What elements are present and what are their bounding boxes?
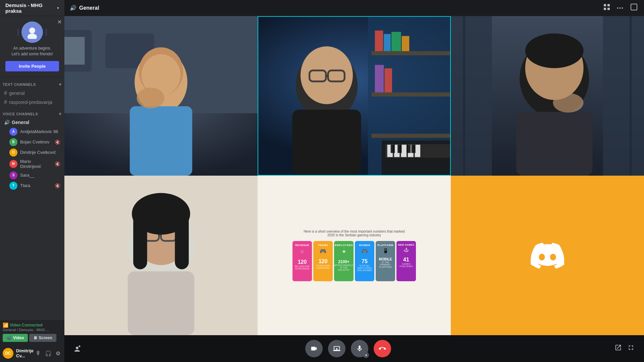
pres-card-employees: EMPLOYEES ✦ 2100+ APPROXIMATELYIN THE IN… bbox=[334, 241, 354, 281]
svg-rect-22 bbox=[375, 31, 383, 51]
avatar bbox=[21, 21, 43, 43]
pres-card-women: WOMEN 🎮 75 % OF ALL EMPLOYEESARE WOMEN bbox=[355, 241, 374, 281]
headphones-button[interactable]: 🎧 bbox=[44, 349, 53, 358]
card-label-teams: TEAMS bbox=[318, 244, 328, 247]
voice-channel-general[interactable]: 🔊 General bbox=[1, 118, 63, 126]
card-value-employees: 2100+ bbox=[338, 259, 350, 264]
voice-member-ttara[interactable]: T Ttara 🔇 bbox=[1, 181, 63, 191]
popout-icon bbox=[614, 344, 622, 351]
member-avatar-mario: M bbox=[9, 160, 17, 168]
call-header-controls: ••• bbox=[602, 2, 639, 13]
discord-logo-icon bbox=[531, 242, 564, 269]
svg-point-56 bbox=[553, 93, 584, 113]
call-controls-bar: ▾ bbox=[64, 335, 644, 362]
video-person-4 bbox=[64, 176, 258, 335]
pres-card-platform: PLATFORM 📱 MOBILE IS THE PRIMARYPLATFORM bbox=[376, 241, 395, 281]
video-grid: Here is a short overview of the most imp… bbox=[64, 16, 644, 335]
channel-item-general[interactable]: # general bbox=[1, 89, 63, 98]
mic-arrow-dropdown[interactable]: ▾ bbox=[363, 352, 369, 358]
svg-rect-32 bbox=[401, 145, 407, 157]
svg-rect-4 bbox=[604, 8, 606, 10]
presentation-content: Here is a short overview of the most imp… bbox=[258, 176, 451, 335]
card-sub-newgames: GAMESPUBLISHED bbox=[399, 263, 413, 267]
svg-rect-47 bbox=[603, 16, 644, 176]
member-name-bojan: Bojan Cvetinov bbox=[20, 139, 52, 144]
presentation-title: Here is a short overview of the most imp… bbox=[304, 230, 405, 237]
add-user-button[interactable] bbox=[72, 343, 83, 355]
main-content: 🔊 General ••• bbox=[64, 0, 644, 362]
add-text-channel-button[interactable]: + bbox=[59, 82, 62, 87]
mic-icon bbox=[356, 345, 363, 352]
call-header: 🔊 General ••• bbox=[64, 0, 644, 16]
member-name-ttara: Ttara bbox=[20, 183, 52, 188]
card-label-newgames: NEW GAMES bbox=[398, 244, 414, 246]
card-value-revenue: 120 bbox=[298, 259, 307, 265]
voice-member-mario[interactable]: M Mario Dimitrijević 🔇 bbox=[1, 158, 63, 170]
dot bbox=[46, 34, 47, 35]
video-person-1 bbox=[64, 16, 258, 176]
camera-icon bbox=[310, 345, 318, 352]
svg-rect-65 bbox=[133, 214, 147, 269]
svg-rect-34 bbox=[415, 145, 420, 157]
mic-toggle-button[interactable]: 🎙 bbox=[34, 349, 42, 358]
presentation-cards: REVENUE ○ 120 BILLION EURIN REVENUE TEAM… bbox=[292, 241, 416, 281]
screen-share-button[interactable]: 🖥 Screen bbox=[29, 334, 56, 342]
voice-channels-label: VOICE CHANNELS bbox=[3, 112, 38, 116]
avatar-dots-right bbox=[46, 29, 47, 35]
member-name-mario: Mario Dimitrijević bbox=[20, 159, 52, 169]
media-buttons: 📹 Video 🖥 Screen bbox=[3, 334, 62, 342]
member-name-sara: Sara__ bbox=[20, 173, 60, 178]
svg-point-55 bbox=[525, 34, 584, 68]
svg-point-16 bbox=[137, 87, 165, 108]
avatar-container bbox=[21, 21, 43, 43]
call-speaker-icon: 🔊 bbox=[70, 5, 76, 11]
camera-toggle-button[interactable] bbox=[305, 340, 323, 357]
add-voice-channel-button[interactable]: + bbox=[59, 111, 62, 117]
video-button[interactable]: 📹 Video bbox=[3, 334, 28, 342]
voice-server-info: General / Demusis - MHG ... bbox=[3, 328, 62, 332]
pop-out-button[interactable] bbox=[613, 343, 623, 355]
profile-tagline: An adventure begins. Let's add some frie… bbox=[11, 46, 53, 57]
channel-item-raspored[interactable]: # raspored-predavanja bbox=[1, 98, 63, 107]
card-value-women: 75 bbox=[362, 258, 368, 264]
card-sub-employees: APPROXIMATELYIN THE INDUSTRY bbox=[334, 264, 354, 271]
svg-rect-26 bbox=[375, 65, 384, 93]
text-channels-header[interactable]: TEXT CHANNELS + bbox=[0, 80, 64, 88]
voice-member-dimitrije[interactable]: D Dimitrije Cvetković bbox=[1, 147, 63, 158]
screen-share-toggle-button[interactable] bbox=[328, 340, 345, 357]
card-value-teams: 120 bbox=[319, 258, 328, 264]
fullscreen-button[interactable] bbox=[626, 343, 636, 355]
svg-rect-5 bbox=[607, 8, 610, 10]
channels-area: TEXT CHANNELS + # general # raspored-pre… bbox=[0, 77, 64, 320]
video-person-3 bbox=[451, 16, 644, 176]
deafen-icon: 🔇 bbox=[55, 139, 60, 145]
close-card-button[interactable]: ✕ bbox=[57, 19, 62, 25]
grid-view-button[interactable] bbox=[602, 2, 611, 13]
card-sub-women: % OF ALL EMPLOYEESARE WOMEN bbox=[356, 264, 373, 272]
svg-rect-35 bbox=[391, 145, 395, 153]
pres-card-newgames: NEW GAMES 🕹 41 GAMESPUBLISHED bbox=[396, 241, 416, 281]
voice-channels-header[interactable]: VOICE CHANNELS + bbox=[0, 109, 64, 118]
bottom-controls: 🎙 🎧 ⚙ bbox=[34, 349, 62, 358]
call-controls-left bbox=[72, 343, 83, 355]
invite-people-button[interactable]: Invite People bbox=[5, 61, 59, 71]
voice-member-bojan[interactable]: B Bojan Cvetinov 🔇 bbox=[1, 137, 63, 147]
card-value-platform: MOBILE bbox=[379, 257, 392, 261]
deafen-icon-ttara: 🔇 bbox=[55, 183, 60, 188]
svg-rect-36 bbox=[397, 145, 401, 153]
user-info: Dimitrije Cv... bbox=[16, 348, 32, 358]
svg-rect-27 bbox=[384, 68, 392, 93]
call-controls-center: ▾ bbox=[305, 340, 391, 357]
hang-up-button[interactable] bbox=[374, 340, 391, 357]
settings-button[interactable]: ⚙ bbox=[54, 349, 62, 358]
voice-connected-bar: 📶 Video Connected General / Demusis - MH… bbox=[0, 320, 64, 345]
server-header[interactable]: Demusis - MHG praksa ▾ bbox=[0, 0, 64, 16]
mic-button-container: ▾ bbox=[351, 340, 368, 357]
channel-name-raspored: raspored-predavanja bbox=[9, 100, 60, 105]
video-cell-1 bbox=[64, 16, 258, 176]
voice-member-sara[interactable]: S Sara__ bbox=[1, 170, 63, 180]
pres-card-teams: TEAMS 🎮 120 TEAMS ANDCOMPANIES bbox=[313, 241, 333, 281]
expand-button[interactable] bbox=[629, 2, 639, 13]
more-options-button[interactable]: ••• bbox=[615, 4, 625, 12]
voice-member-andjela[interactable]: A AndjelaMarkovic 96 bbox=[1, 127, 63, 137]
